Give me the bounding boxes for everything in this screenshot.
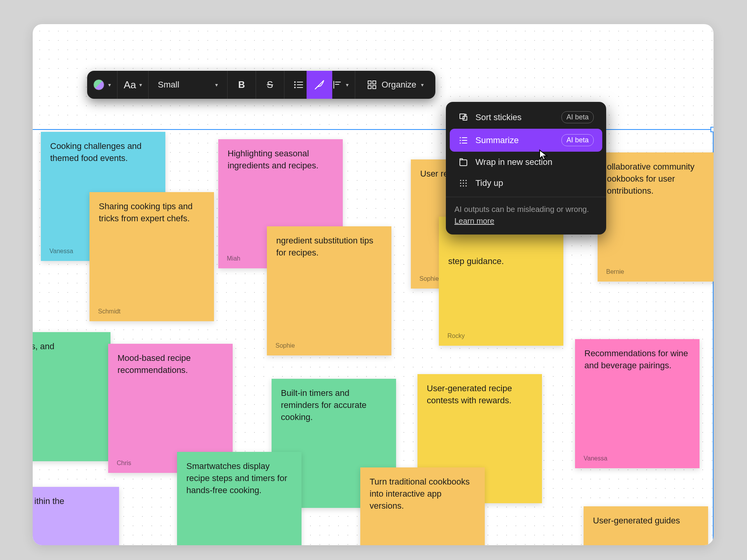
svg-point-32 [465,182,466,184]
context-toolbar: ▾ Aa ▾ Small ▾ B S [87,71,435,99]
menu-item-label: Sort stickies [475,112,522,122]
svg-rect-24 [460,160,467,166]
svg-point-0 [294,81,296,83]
sticky-author: Sophie [419,275,439,283]
svg-point-34 [463,185,464,186]
alignment-button[interactable]: ▾ [333,75,349,94]
sticky-text: ngredient substitution tips for recipes. [276,235,382,259]
section-icon [458,157,468,167]
sticky-text: Highlighting seasonal ingredients and re… [228,148,333,172]
sticky-note[interactable]: ite their ithin the [33,487,119,545]
sticky-note[interactable]: Smartwatches display recipe steps and ti… [177,452,302,545]
sticky-author: Vanessa [584,454,607,463]
sticky-author: Vanessa [49,247,73,256]
bullet-list-icon [293,80,303,90]
color-swatch-icon [93,79,104,90]
dropdown-footer: AI outputs can be misleading or wrong. L… [446,197,606,231]
svg-rect-11 [373,81,376,84]
sticky-text: Mood-based recipe recommendations. [117,352,223,376]
sticky-author: Bernie [606,268,624,276]
learn-more-link[interactable]: Learn more [454,217,494,225]
svg-line-6 [315,85,319,89]
menu-item-wrap-section[interactable]: Wrap in new section [450,152,602,173]
bold-icon: B [238,79,245,90]
svg-point-29 [465,180,466,181]
font-label: Aa [124,79,136,91]
svg-point-30 [460,182,461,184]
canvas-window: Cooking challenges and themed food event… [33,24,714,545]
organize-button[interactable]: Organize ▾ [361,75,429,94]
sticky-note[interactable]: Turn traditional cookbooks into interact… [360,467,485,545]
sticky-text: Smartwatches display recipe steps and ti… [186,460,292,496]
svg-point-18 [459,137,461,138]
mouse-cursor-icon [538,149,550,163]
sticky-note[interactable]: Recommendations for wine and beverage pa… [575,339,700,468]
sticky-text: Cooking challenges and themed food event… [50,140,156,164]
bold-button[interactable]: B [234,75,249,94]
sticky-text: ollaborative community ookbooks for user… [607,161,713,197]
menu-item-sort-stickies[interactable]: Sort stickies AI beta [450,106,602,129]
svg-rect-26 [460,159,463,160]
selection-handle-top-right[interactable] [710,127,714,132]
font-size-label: Small [158,80,179,90]
svg-point-27 [460,180,461,181]
sticky-text: Built-in timers and reminders for accura… [281,387,387,423]
sticky-author: Chris [117,459,131,467]
sticky-text: step guidance. [448,256,554,268]
tidy-grid-icon [458,178,468,188]
chevron-down-icon: ▾ [346,82,349,88]
svg-point-2 [294,84,296,86]
sticky-text: Recommendations for wine and beverage pa… [584,348,690,372]
organize-dropdown: Sort stickies AI beta Summarize AI beta … [446,102,606,234]
sticky-text: User-generated guides [593,515,699,527]
sticky-author: Rocky [447,332,465,340]
ai-beta-badge: AI beta [561,134,594,146]
svg-rect-13 [373,86,376,89]
organize-label: Organize [382,80,416,90]
sticky-note[interactable]: Sharing cooking tips and tricks from exp… [89,192,214,321]
sticky-note[interactable]: User-generated guides [584,506,708,545]
svg-rect-10 [368,81,371,84]
grid-icon [367,80,377,90]
list-button[interactable] [291,75,306,94]
summarize-list-icon [458,135,468,145]
menu-item-summarize[interactable]: Summarize AI beta [450,129,602,152]
chevron-down-icon: ▾ [139,82,142,88]
svg-point-31 [463,182,464,184]
strikethrough-button[interactable]: S [262,75,278,94]
sort-stickies-icon [458,112,468,122]
sticky-text: Turn traditional cookbooks into interact… [370,476,475,512]
svg-point-20 [459,140,461,141]
sticky-author: Miah [227,254,240,263]
sticky-note[interactable]: step guidance. Rocky [439,217,563,346]
sticky-text: ite their ithin the [33,495,110,508]
chevron-down-icon: ▾ [421,82,424,88]
color-picker-button[interactable]: ▾ [93,75,111,94]
svg-point-33 [460,185,461,186]
svg-point-22 [459,142,461,144]
sticky-text: festivals, s, and [33,341,101,353]
sticky-note[interactable]: festivals, s, and [33,332,110,461]
chevron-down-icon: ▾ [108,82,111,88]
svg-point-4 [294,87,296,88]
sticky-text: User-generated recipe contests with rewa… [427,383,533,407]
sticky-author: Schmidt [98,307,121,316]
svg-point-35 [465,185,466,186]
sticky-text: Sharing cooking tips and tricks from exp… [99,201,205,225]
footer-text: AI outputs can be misleading or wrong. [454,205,589,214]
font-size-select[interactable]: Small ▾ [155,75,221,94]
sticky-note[interactable]: ngredient substitution tips for recipes.… [267,226,391,355]
menu-item-label: Tidy up [475,178,503,188]
strikethrough-icon: S [267,79,273,90]
sticky-author: Sophie [275,341,295,350]
menu-item-label: Summarize [475,135,519,145]
ai-beta-badge: AI beta [561,111,594,123]
chevron-down-icon: ▾ [215,82,218,88]
menu-item-tidy-up[interactable]: Tidy up [450,173,602,194]
feather-icon [314,79,325,91]
svg-point-28 [463,180,464,181]
svg-rect-12 [368,86,371,89]
align-top-left-icon [333,80,342,89]
sticky-note[interactable]: ollaborative community ookbooks for user… [598,152,714,282]
font-family-button[interactable]: Aa ▾ [124,75,142,94]
